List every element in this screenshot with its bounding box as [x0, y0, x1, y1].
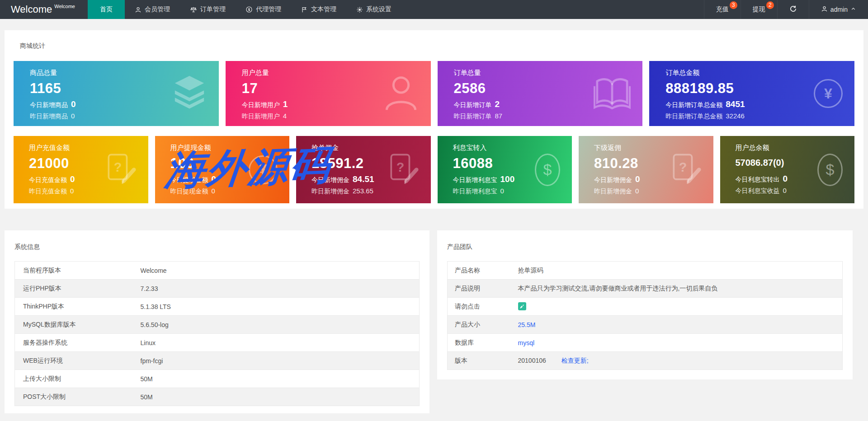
- table-row: 产品说明 本产品只为学习测试交流,请勿要做商业或者用于违法行为,一切后果自负: [448, 280, 843, 298]
- stat-title: 用户总余额: [736, 144, 855, 152]
- nav-item-home[interactable]: 首页: [88, 0, 125, 19]
- stat-line3-label: 昨日新增佣金: [311, 187, 349, 196]
- nav-item-agents[interactable]: 代理管理: [236, 0, 291, 19]
- stat-card-recharge-amount: 用户充值金额 21000 今日充值金额0 昨日充值金额0 ?: [14, 136, 148, 203]
- nav-item-members[interactable]: 会员管理: [125, 0, 180, 19]
- stat-card-product-total: 商品总量 1165 今日新增商品0 昨日新增商品0: [14, 61, 219, 126]
- table-row: POST大小限制50M: [15, 388, 420, 406]
- svg-text:?: ?: [396, 159, 404, 174]
- product-team-panel: 产品团队 产品名称 抢单源码 产品说明 本产品只为学习测试交流,请勿要做商业或者…: [437, 230, 853, 379]
- row-label: 数据库: [448, 334, 518, 352]
- withdraw-button[interactable]: 提现 2: [741, 0, 777, 19]
- user-menu[interactable]: admin: [809, 0, 868, 19]
- stat-card-interest-in: 利息宝转入 16088 今日新增利息宝100 昨日新增利息宝0 $: [438, 136, 572, 203]
- recharge-button[interactable]: 充值 3: [704, 0, 741, 19]
- row-value: mysql: [518, 334, 843, 352]
- table-row: 产品大小 25.5M: [448, 316, 843, 334]
- yen-circle-icon: ¥: [249, 155, 278, 184]
- check-update-link[interactable]: 检查更新;: [561, 357, 589, 364]
- row-label: MySQL数据库版本: [15, 316, 141, 334]
- recharge-label: 充值: [716, 5, 729, 14]
- person-icon: [383, 74, 419, 113]
- doc-question-pencil-icon: ?: [672, 153, 702, 187]
- nav-item-orders[interactable]: 订单管理: [180, 0, 236, 19]
- stat-line3-label: 昨日新增订单: [454, 112, 492, 121]
- stat-line3-value: 32246: [726, 112, 745, 120]
- yen-circle-icon: ¥: [814, 79, 843, 108]
- version-number: 20100106: [518, 357, 546, 364]
- row-value: 50M: [141, 370, 420, 388]
- stat-card-withdraw-amount: 用户提现金额 100 今日提现金额0 昨日提现金额0 ¥: [155, 136, 290, 203]
- product-size-link[interactable]: 25.5M: [518, 321, 536, 328]
- app-logo: Welcome Welcome: [0, 0, 88, 19]
- stat-line3-label: 今日利息宝收益: [736, 187, 780, 195]
- stat-line3-value: 0: [783, 187, 787, 194]
- stats-row-2: 用户充值金额 21000 今日充值金额0 昨日充值金额0 ? 用户提现金额 10…: [14, 136, 854, 203]
- stats-panel-title: 商城统计: [20, 42, 854, 50]
- table-row: ThinkPHP版本5.1.38 LTS: [15, 298, 420, 316]
- row-value: 20100106检查更新;: [518, 352, 843, 370]
- database-link[interactable]: mysql: [518, 339, 535, 346]
- table-row: MySQL数据库版本5.6.50-log: [15, 316, 420, 334]
- nav-label: 首页: [100, 5, 113, 14]
- stat-card-order-total: 订单总量 2586 今日新增订单2 昨日新增订单87: [438, 61, 643, 126]
- table-row: 当前程序版本Welcome: [15, 262, 420, 280]
- stat-line3-label: 昨日新增订单总金额: [665, 112, 722, 121]
- gear-icon: [356, 6, 363, 13]
- refresh-button[interactable]: [777, 0, 809, 19]
- stat-line3-value: 253.65: [353, 187, 373, 195]
- user-icon: [821, 5, 828, 14]
- stat-line3-label: 昨日充值金额: [29, 187, 67, 196]
- stat-line3-value: 4: [283, 112, 287, 120]
- dollar-ellipse-icon: $: [535, 154, 560, 186]
- user-name: admin: [830, 6, 848, 13]
- stat-line2-label: 今日新增利息宝: [453, 176, 497, 184]
- logo-sup-text: Welcome: [54, 4, 75, 9]
- stat-line2-value: 2: [495, 99, 500, 109]
- stat-card-sub-rebate: 下级返佣 810.28 今日新增佣金0 昨日新增佣金0 ?: [579, 136, 713, 203]
- stat-title: 利息宝转入: [453, 144, 572, 152]
- nav-label: 文本管理: [311, 5, 336, 14]
- stat-line3-label: 昨日提现金额: [170, 187, 208, 196]
- stat-line3-label: 昨日新增商品: [30, 112, 68, 121]
- stat-line2-value: 8451: [726, 99, 745, 109]
- stat-line2-label: 今日利息宝转出: [736, 176, 780, 184]
- stat-line2-label: 今日提现金额: [170, 176, 208, 184]
- scales-icon: [190, 6, 197, 13]
- rocket-icon[interactable]: [518, 302, 526, 310]
- row-label: 当前程序版本: [15, 262, 141, 280]
- stat-line2-value: 0: [70, 174, 75, 184]
- system-info-table: 当前程序版本Welcome 运行PHP版本7.2.33 ThinkPHP版本5.…: [14, 261, 420, 406]
- stat-line3-label: 昨日新增用户: [242, 112, 280, 121]
- stat-title: 订单总金额: [665, 69, 854, 77]
- system-info-panel: 系统信息 当前程序版本Welcome 运行PHP版本7.2.33 ThinkPH…: [5, 230, 429, 413]
- stat-title: 抢单佣金: [311, 144, 431, 152]
- stat-card-order-amount: 订单总金额 888189.85 今日新增订单总金额8451 昨日新增订单总金额3…: [649, 61, 854, 126]
- nav-label: 会员管理: [145, 5, 170, 14]
- row-value: 25.5M: [518, 316, 843, 334]
- product-team-title: 产品团队: [447, 243, 843, 251]
- stat-line3-value: 0: [635, 187, 639, 195]
- row-label: 服务器操作系统: [15, 334, 141, 352]
- row-value: Linux: [141, 334, 420, 352]
- table-row: 服务器操作系统Linux: [15, 334, 420, 352]
- row-value: 50M: [141, 388, 420, 406]
- stat-card-user-total: 用户总量 17 今日新增用户1 昨日新增用户4: [226, 61, 431, 126]
- stat-line2-value: 0: [212, 174, 217, 184]
- table-row: 运行PHP版本7.2.33: [15, 280, 420, 298]
- stat-line3-label: 昨日新增利息宝: [453, 187, 497, 196]
- stat-line3-value: 0: [500, 187, 504, 195]
- table-row: 版本 20100106检查更新;: [448, 352, 843, 370]
- row-label: POST大小限制: [15, 388, 141, 406]
- row-label: 产品说明: [448, 280, 518, 298]
- row-value: Welcome: [141, 262, 420, 280]
- nav-item-settings[interactable]: 系统设置: [346, 0, 401, 19]
- row-label: 运行PHP版本: [15, 280, 141, 298]
- row-value: fpm-fcgi: [141, 352, 420, 370]
- nav-item-texts[interactable]: 文本管理: [291, 0, 346, 19]
- layers-icon: [172, 76, 207, 111]
- row-label: ThinkPHP版本: [15, 298, 141, 316]
- stat-line2-label: 今日新增佣金: [594, 176, 632, 184]
- recharge-badge: 3: [730, 1, 737, 9]
- stat-card-user-balance: 用户总余额 57086.87(0) 今日利息宝转出0 今日利息宝收益0 $: [720, 136, 855, 203]
